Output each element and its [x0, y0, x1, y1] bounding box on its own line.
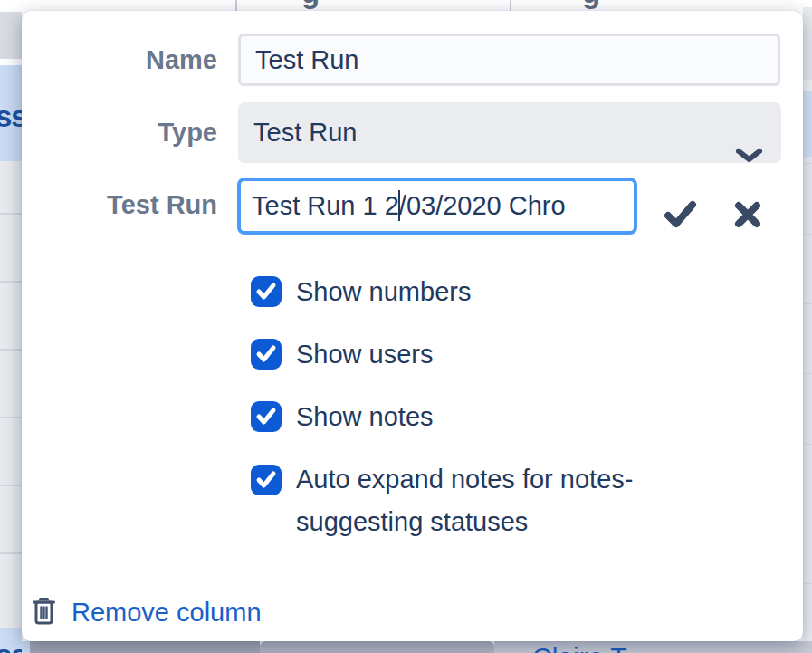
background-text-fragment: ss [0, 100, 22, 134]
name-input[interactable]: Test Run [238, 34, 780, 86]
checkbox-label: Auto expand notes for notes-suggesting s… [296, 458, 721, 543]
background-highlighted-row: ss [0, 65, 22, 161]
checkbox-show-numbers[interactable]: Show numbers [251, 276, 471, 310]
background-row-divider [0, 552, 22, 554]
confirm-check-icon[interactable] [664, 200, 697, 233]
background-row-divider [803, 234, 812, 235]
background-highlighted-row: ss [0, 628, 22, 653]
cancel-x-icon[interactable] [734, 201, 761, 232]
type-select-value: Test Run [253, 118, 357, 147]
background-highlighted-row [22, 641, 30, 653]
background-row [0, 12, 22, 59]
background-row-divider [803, 514, 812, 514]
type-select[interactable]: Test Run [238, 102, 781, 163]
background-row-divider [803, 373, 812, 374]
test-run-input-value-after-caret: /03/2020 Chro [399, 191, 566, 220]
background-highlighted-row [803, 91, 812, 157]
test-run-input[interactable]: Test Run 1 2/03/2020 Chro [237, 178, 637, 235]
background-row-divider [0, 417, 22, 418]
column-settings-popup: Name Test Run Type Test Run Test Run Tes… [22, 11, 803, 641]
background-row-divider [803, 163, 812, 164]
checkbox-auto-expand-notes[interactable]: Auto expand notes for notes-suggesting s… [251, 465, 721, 543]
background-right-sliver [803, 0, 812, 653]
checkbox-label: Show users [296, 336, 434, 372]
checkbox-checked-icon [251, 276, 282, 307]
background-row-divider [803, 444, 812, 445]
name-field-label: Name [22, 42, 217, 78]
background-scroll-thumb [260, 641, 494, 653]
background-row-divider [0, 281, 22, 283]
name-input-value: Test Run [255, 45, 358, 74]
background-row-divider [0, 485, 22, 486]
test-run-input-value-before-caret: Test Run 1 2 [252, 191, 399, 220]
checkbox-checked-icon [251, 401, 282, 432]
background-row [803, 80, 812, 91]
background-row-divider [803, 583, 812, 584]
test-run-field-label: Test Run [22, 187, 217, 223]
background-header-text-fragment: g [582, 0, 600, 10]
background-text-fragment: ss [0, 639, 22, 653]
type-field-label: Type [22, 114, 217, 150]
trash-icon [32, 595, 56, 629]
checkbox-checked-icon [251, 465, 282, 495]
background-row [803, 0, 812, 7]
background-user-name-fragment: Claire T [532, 642, 626, 653]
chevron-down-icon [735, 125, 763, 186]
remove-column-label: Remove column [72, 597, 262, 628]
background-bar [30, 641, 260, 653]
checkbox-label: Show notes [296, 399, 434, 435]
background-row-divider [0, 349, 22, 351]
background-rows [0, 161, 22, 628]
checkbox-label: Show numbers [296, 274, 471, 310]
background-bottom-sliver: Claire T [22, 641, 812, 653]
background-row-divider [0, 213, 22, 215]
background-row [803, 7, 812, 80]
remove-column-button[interactable]: Remove column [32, 595, 262, 629]
background-row-divider [803, 303, 812, 304]
checkbox-show-notes[interactable]: Show notes [251, 401, 434, 435]
checkbox-show-users[interactable]: Show users [251, 339, 434, 372]
background-left-sliver: ss ss [0, 12, 22, 653]
checkbox-checked-icon [251, 339, 282, 370]
background-header-text-fragment: g [301, 0, 320, 10]
